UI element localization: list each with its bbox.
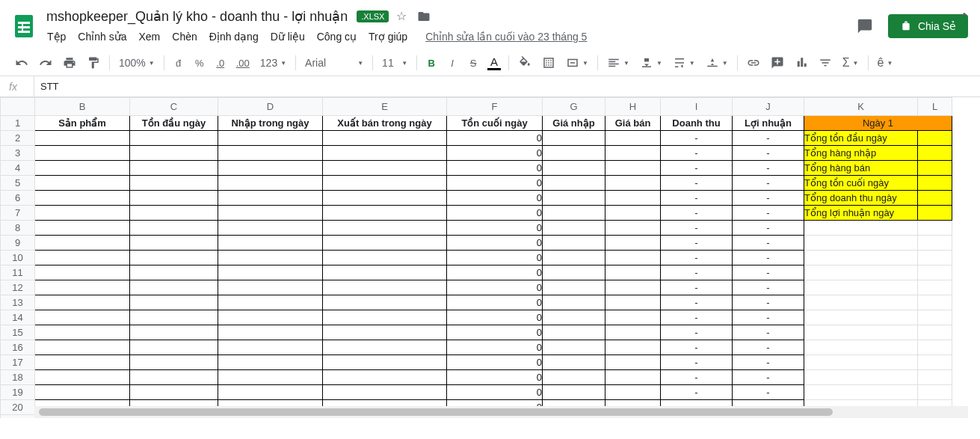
cell-I12[interactable]: - — [661, 280, 733, 295]
cell-E4[interactable] — [323, 161, 447, 176]
cell-D14[interactable] — [218, 310, 323, 325]
filter-button[interactable] — [814, 53, 836, 73]
row-header-12[interactable]: 12 — [1, 280, 35, 295]
cell-G19[interactable] — [543, 385, 605, 400]
cell-D1[interactable]: Nhập trong ngày — [218, 116, 323, 131]
cell-I17[interactable]: - — [661, 355, 733, 370]
cell-D12[interactable] — [218, 280, 323, 295]
cell-B17[interactable] — [35, 355, 130, 370]
cell-B10[interactable] — [35, 251, 130, 265]
fill-color-button[interactable] — [514, 53, 536, 73]
cell-D6[interactable] — [218, 191, 323, 206]
cell-I11[interactable]: - — [661, 265, 733, 280]
cell-K6[interactable]: Tổng doanh thu ngày — [804, 191, 918, 206]
row-header-7[interactable]: 7 — [1, 206, 35, 221]
cell-L6[interactable] — [918, 191, 952, 206]
row-header-19[interactable]: 19 — [1, 385, 35, 400]
print-button[interactable] — [58, 53, 81, 73]
cell-K7[interactable]: Tổng lợi nhuận ngày — [804, 206, 918, 221]
cell-D2[interactable] — [218, 131, 323, 146]
font-size-select[interactable]: 11▼ — [377, 54, 412, 72]
cell-D4[interactable] — [218, 161, 323, 176]
undo-button[interactable] — [10, 53, 33, 73]
cell-J2[interactable]: - — [733, 131, 804, 146]
cell-B1[interactable]: Sản phẩm — [35, 116, 130, 131]
comment-icon[interactable] — [852, 13, 878, 39]
cell-B14[interactable] — [35, 310, 130, 325]
cell-J6[interactable]: - — [733, 191, 804, 206]
cell-F11[interactable]: 0 — [447, 265, 543, 280]
cell-I7[interactable]: - — [661, 206, 733, 221]
cell-C16[interactable] — [130, 340, 218, 355]
cell-E16[interactable] — [323, 340, 447, 355]
cell-D9[interactable] — [218, 236, 323, 251]
row-header-10[interactable]: 10 — [1, 251, 35, 265]
cell-F16[interactable]: 0 — [447, 340, 543, 355]
cell-G10[interactable] — [543, 251, 605, 265]
row-header-2[interactable]: 2 — [1, 131, 35, 146]
cell-K10[interactable] — [804, 251, 918, 265]
cell-I16[interactable]: - — [661, 340, 733, 355]
cell-C4[interactable] — [130, 161, 218, 176]
cell-J5[interactable]: - — [733, 176, 804, 191]
cell-B11[interactable] — [35, 265, 130, 280]
cell-B18[interactable] — [35, 370, 130, 385]
cell-B15[interactable] — [35, 325, 130, 340]
cell-F2[interactable]: 0 — [447, 131, 543, 146]
cell-K5[interactable]: Tổng tồn cuối ngày — [804, 176, 918, 191]
horizontal-scrollbar[interactable] — [34, 406, 968, 418]
cell-C5[interactable] — [130, 176, 218, 191]
cell-C7[interactable] — [130, 206, 218, 221]
cell-J12[interactable]: - — [733, 280, 804, 295]
insert-comment-button[interactable] — [766, 53, 789, 73]
cell-C14[interactable] — [130, 310, 218, 325]
cell-K4[interactable]: Tổng hàng bán — [804, 161, 918, 176]
menu-edit[interactable]: Chỉnh sửa — [73, 28, 132, 46]
cell-G13[interactable] — [543, 295, 605, 310]
cell-J10[interactable]: - — [733, 251, 804, 265]
cell-G1[interactable]: Giá nhập — [543, 116, 605, 131]
menu-file[interactable]: Tệp — [42, 28, 71, 46]
cell-E6[interactable] — [323, 191, 447, 206]
vertical-align-button[interactable]: ▼ — [635, 53, 667, 73]
cell-J8[interactable]: - — [733, 221, 804, 236]
cell-L10[interactable] — [918, 251, 952, 265]
row-header-20[interactable]: 20 — [1, 400, 35, 415]
cell-E2[interactable] — [323, 131, 447, 146]
cell-C8[interactable] — [130, 221, 218, 236]
cell-F12[interactable]: 0 — [447, 280, 543, 295]
cell-B2[interactable] — [35, 131, 130, 146]
menu-data[interactable]: Dữ liệu — [265, 28, 310, 46]
col-header-F[interactable]: F — [447, 98, 543, 116]
row-header-15[interactable]: 15 — [1, 325, 35, 340]
cell-C13[interactable] — [130, 295, 218, 310]
cell-G9[interactable] — [543, 236, 605, 251]
cell-I5[interactable]: - — [661, 176, 733, 191]
cell-C11[interactable] — [130, 265, 218, 280]
cell-F13[interactable]: 0 — [447, 295, 543, 310]
col-header-J[interactable]: J — [733, 98, 804, 116]
cell-G3[interactable] — [543, 146, 605, 161]
cell-I14[interactable]: - — [661, 310, 733, 325]
cell-F10[interactable]: 0 — [447, 251, 543, 265]
insert-chart-button[interactable] — [790, 53, 813, 73]
functions-button[interactable]: Σ▼ — [838, 53, 863, 73]
cell-J16[interactable]: - — [733, 340, 804, 355]
cell-I19[interactable]: - — [661, 385, 733, 400]
col-header-E[interactable]: E — [323, 98, 447, 116]
cell-L14[interactable] — [918, 310, 952, 325]
italic-button[interactable]: I — [443, 53, 462, 73]
cell-F14[interactable]: 0 — [447, 310, 543, 325]
col-header-H[interactable]: H — [605, 98, 661, 116]
cell-E3[interactable] — [323, 146, 447, 161]
cell-L4[interactable] — [918, 161, 952, 176]
cell-J11[interactable]: - — [733, 265, 804, 280]
cell-H12[interactable] — [605, 280, 661, 295]
cell-B5[interactable] — [35, 176, 130, 191]
toolbar-more-icon[interactable] — [958, 7, 971, 23]
cell-F3[interactable]: 0 — [447, 146, 543, 161]
cell-I6[interactable]: - — [661, 191, 733, 206]
cell-I15[interactable]: - — [661, 325, 733, 340]
cell-D7[interactable] — [218, 206, 323, 221]
cell-H13[interactable] — [605, 295, 661, 310]
